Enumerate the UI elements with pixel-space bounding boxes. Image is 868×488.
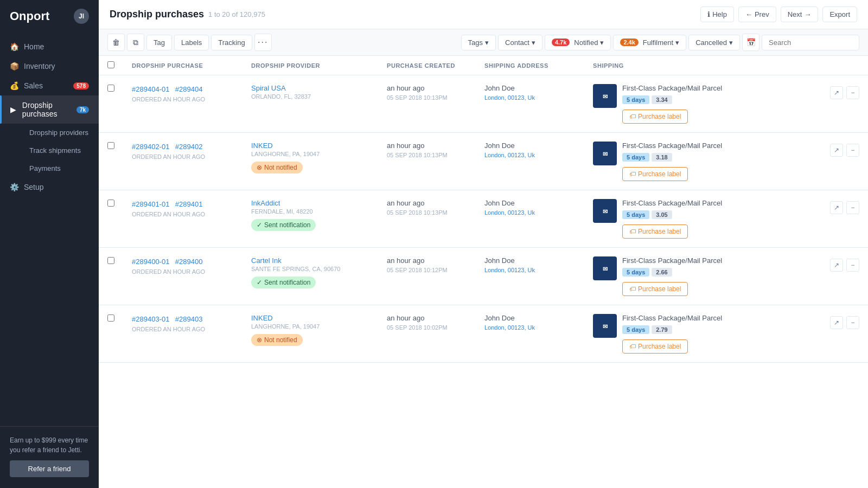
contact-filter[interactable]: Contact ▾ <box>498 35 542 50</box>
next-arrow-icon: → <box>804 10 811 18</box>
address-column-header: SHIPPING ADDRESS <box>476 56 584 75</box>
provider-name[interactable]: InkAddict <box>251 199 369 207</box>
order-id-link[interactable]: #289404 <box>175 85 203 93</box>
avatar[interactable]: JI <box>74 9 89 24</box>
cancelled-filter[interactable]: Cancelled ▾ <box>688 35 740 50</box>
table-row: #289400-01 #289400 ORDERED AN HOUR AGO C… <box>99 248 868 305</box>
row-checkbox[interactable] <box>107 85 114 92</box>
remove-button[interactable]: − <box>846 86 859 99</box>
provider-name[interactable]: Spiral USA <box>251 84 369 92</box>
sidebar-item-dropship-providers[interactable]: Dropship providers <box>14 124 99 142</box>
purchase-label-button[interactable]: 🏷 Purchase label <box>622 167 688 181</box>
shipping-price-tag: 2.66 <box>652 268 672 277</box>
inventory-icon: 📦 <box>10 62 18 70</box>
carrier-logo: ✉ <box>593 256 617 280</box>
shipping-tags: 5 days 3.18 <box>622 153 813 162</box>
sidebar-item-home[interactable]: 🏠 Home <box>0 37 99 56</box>
shipping-price-tag: 3.34 <box>652 95 672 104</box>
table-row: #289403-01 #289403 ORDERED AN HOUR AGO I… <box>99 305 868 363</box>
select-all-checkbox[interactable] <box>107 61 114 68</box>
open-link-button[interactable]: ↗ <box>830 316 843 329</box>
prev-button[interactable]: ← Prev <box>738 7 776 22</box>
help-icon: ℹ <box>707 10 710 18</box>
customer-name: John Doe <box>484 142 576 150</box>
purchase-label-button[interactable]: 🏷 Purchase label <box>622 110 688 124</box>
calendar-button[interactable]: 📅 <box>742 34 760 51</box>
notified-filter[interactable]: 4.7k Notified ▾ <box>545 35 611 50</box>
row-checkbox[interactable] <box>107 142 114 149</box>
chevron-down-icon: ▾ <box>675 38 679 47</box>
shipping-price-tag: 3.05 <box>652 210 672 219</box>
carrier-logo: ✉ <box>593 314 617 338</box>
created-date: 05 SEP 2018 10:12PM <box>387 267 467 273</box>
chevron-down-icon: ▾ <box>729 38 733 47</box>
sidebar-item-inventory[interactable]: 📦 Inventory <box>0 56 99 76</box>
next-button[interactable]: Next → <box>781 7 819 22</box>
created-relative: an hour ago <box>387 84 467 92</box>
purchase-cell: #289403-01 #289403 ORDERED AN HOUR AGO <box>123 305 242 363</box>
purchase-id-link[interactable]: #289400-01 <box>132 258 169 266</box>
help-button[interactable]: ℹ Help <box>700 7 734 22</box>
ordered-text: ORDERED AN HOUR AGO <box>132 326 234 332</box>
purchase-label-button[interactable]: 🏷 Purchase label <box>622 339 688 354</box>
remove-button[interactable]: − <box>846 316 859 329</box>
sidebar-item-track-shipments[interactable]: Track shipments <box>14 142 99 159</box>
purchase-label-button[interactable]: 🏷 Purchase label <box>622 224 688 239</box>
tags-filter[interactable]: Tags ▾ <box>461 35 496 50</box>
carrier-logo: ✉ <box>593 84 617 108</box>
sidebar-item-label: Setup <box>24 183 44 191</box>
provider-name[interactable]: INKED <box>251 314 369 322</box>
provider-name[interactable]: INKED <box>251 142 369 150</box>
export-button[interactable]: Export <box>822 7 857 22</box>
row-checkbox[interactable] <box>107 200 114 207</box>
tag-button[interactable]: Tag <box>146 35 172 50</box>
sent-notification-badge: ✓Sent notification <box>251 277 316 288</box>
search-input[interactable] <box>762 35 859 50</box>
sidebar-item-payments[interactable]: Payments <box>14 159 99 177</box>
open-link-button[interactable]: ↗ <box>830 144 843 157</box>
order-id-link[interactable]: #289400 <box>175 258 203 266</box>
select-all-header <box>99 56 123 75</box>
tracking-button[interactable]: Tracking <box>211 35 252 50</box>
shipping-days-tag: 5 days <box>622 268 649 277</box>
purchase-id-link[interactable]: #289403-01 <box>132 315 169 323</box>
provider-location: SANTE FE SPRINGS, CA, 90670 <box>251 266 369 272</box>
labels-button[interactable]: Labels <box>174 35 209 50</box>
created-cell: an hour ago 05 SEP 2018 10:13PM <box>378 75 476 133</box>
address-detail: London, 00123, Uk <box>484 324 576 331</box>
purchase-label-button[interactable]: 🏷 Purchase label <box>622 282 688 296</box>
order-id-link[interactable]: #289401 <box>175 200 203 208</box>
sidebar-item-label: Home <box>24 42 44 51</box>
order-id-link[interactable]: #289403 <box>175 315 203 323</box>
sidebar-item-sales[interactable]: 💰 Sales 578 <box>0 76 99 95</box>
open-link-button[interactable]: ↗ <box>830 259 843 272</box>
purchase-id-link[interactable]: #289404-01 <box>132 85 169 93</box>
purchase-id-link[interactable]: #289401-01 <box>132 200 169 208</box>
sidebar-item-setup[interactable]: ⚙️ Setup <box>0 177 99 197</box>
sales-badge: 578 <box>73 82 89 89</box>
remove-button[interactable]: − <box>846 201 859 214</box>
open-link-button[interactable]: ↗ <box>830 86 843 99</box>
fulfillment-filter[interactable]: 2.4k Fulfilment ▾ <box>613 35 686 50</box>
filter-button[interactable]: ⧉ <box>127 34 144 51</box>
row-checkbox[interactable] <box>107 257 114 264</box>
open-link-button[interactable]: ↗ <box>830 201 843 214</box>
purchase-id-link[interactable]: #289402-01 <box>132 143 169 151</box>
svg-text:✉: ✉ <box>603 208 608 215</box>
shipping-cell: ✉ First-Class Package/Mail Parcel 5 days… <box>584 248 821 305</box>
shipping-service-name: First-Class Package/Mail Parcel <box>622 84 813 92</box>
delete-button[interactable]: 🗑 <box>107 34 125 51</box>
remove-button[interactable]: − <box>846 144 859 157</box>
provider-location: ORLANDO, FL, 32837 <box>251 93 369 100</box>
order-id-link[interactable]: #289402 <box>175 143 203 151</box>
more-options-button[interactable]: ··· <box>254 34 272 51</box>
remove-button[interactable]: − <box>846 259 859 272</box>
refer-text: Earn up to $999 every time you refer a f… <box>10 435 89 455</box>
provider-name[interactable]: Cartel Ink <box>251 256 369 265</box>
shipping-info: First-Class Package/Mail Parcel 5 days 2… <box>622 314 813 354</box>
row-checkbox[interactable] <box>107 314 114 322</box>
refer-friend-button[interactable]: Refer a friend <box>10 460 89 477</box>
sidebar-item-dropship-purchases[interactable]: ▶ Dropship purchases 7k <box>0 95 99 124</box>
prev-arrow-icon: ← <box>745 10 752 18</box>
tag-icon: 🏷 <box>629 113 636 120</box>
